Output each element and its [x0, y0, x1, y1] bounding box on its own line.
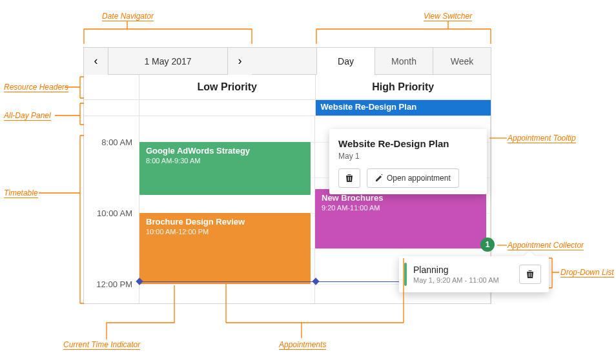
next-button[interactable]: › — [227, 48, 252, 75]
prev-button[interactable]: ‹ — [84, 48, 108, 75]
appointment-brochure-design-review[interactable]: Brochure Design Review 10:00 AM-12:00 PM — [139, 213, 311, 284]
dropdown-color-stripe — [404, 263, 407, 286]
tooltip-date: May 1 — [338, 152, 478, 161]
all-day-col-low[interactable] — [139, 100, 316, 116]
appointment-title: Google AdWords Strategy — [146, 146, 304, 156]
appointment-time: 10:00 AM-12:00 PM — [146, 228, 304, 236]
annotation-resource-headers: Resource Headers — [4, 83, 68, 92]
dropdown-delete-button[interactable] — [519, 265, 541, 284]
chevron-right-icon: › — [238, 54, 242, 68]
resource-header-gutter — [84, 75, 139, 99]
appointment-title: New Brochures — [322, 193, 480, 203]
dropdown-caret-icon — [524, 251, 535, 262]
dropdown-item-title: Planning — [413, 265, 519, 275]
annotation-current-time-indicator: Current Time Indicator — [63, 340, 140, 350]
appointment-new-brochures[interactable]: New Brochures 9:20 AM-11:00 AM — [315, 189, 486, 248]
chevron-left-icon: ‹ — [94, 54, 98, 68]
appointment-time: 9:20 AM-11:00 AM — [322, 204, 480, 212]
time-column-low[interactable]: Google AdWords Strategy 8:00 AM-9:30 AM … — [139, 116, 315, 303]
toolbar-spacer — [252, 48, 316, 74]
dropdown-item-time: May 1, 9:20 AM - 11:00 AM — [413, 276, 519, 284]
resource-headers: Low Priority High Priority — [84, 75, 491, 99]
time-label-8: 8:00 AM — [101, 137, 132, 147]
annotation-drop-down-list: Drop-Down List — [560, 268, 614, 278]
annotation-appointments: Appointments — [279, 340, 326, 350]
annotation-timetable: Timetable — [4, 188, 38, 198]
time-gutter: 8:00 AM 10:00 AM 12:00 PM — [84, 116, 139, 303]
dropdown-item[interactable]: Planning May 1, 9:20 AM - 11:00 AM — [413, 265, 519, 284]
appointment-time: 8:00 AM-9:30 AM — [146, 157, 304, 165]
all-day-panel: Website Re-Design Plan — [84, 99, 491, 116]
grid-line — [315, 248, 490, 249]
open-appointment-label: Open appointment — [387, 174, 451, 183]
appointment-google-adwords[interactable]: Google AdWords Strategy 8:00 AM-9:30 AM — [139, 142, 311, 195]
appointment-tooltip: Website Re-Design Plan May 1 Open appoin… — [329, 129, 487, 194]
appointment-title: Brochure Design Review — [146, 217, 304, 227]
view-tab-month[interactable]: Month — [375, 48, 433, 74]
annotation-view-switcher: View Switcher — [424, 12, 472, 21]
current-date-label[interactable]: 1 May 2017 — [108, 56, 227, 66]
all-day-col-high[interactable]: Website Re-Design Plan — [316, 100, 491, 116]
grid-line — [139, 284, 314, 285]
annotation-date-navigator: Date Navigator — [102, 12, 154, 21]
dropdown-list: Planning May 1, 9:20 AM - 11:00 AM — [399, 256, 549, 292]
time-label-10: 10:00 AM — [97, 208, 132, 218]
pencil-icon — [375, 174, 383, 182]
view-tab-day[interactable]: Day — [316, 48, 375, 75]
trash-icon — [345, 174, 353, 183]
appointment-collector[interactable]: 1 — [480, 238, 495, 252]
tooltip-buttons: Open appointment — [338, 168, 478, 188]
resource-header-high: High Priority — [316, 75, 491, 99]
toolbar: ‹ 1 May 2017 › Day Month Week — [84, 48, 491, 75]
resource-header-low: Low Priority — [139, 75, 316, 99]
all-day-gutter — [84, 100, 139, 116]
view-tab-week[interactable]: Week — [433, 48, 491, 74]
annotation-all-day-panel: All-Day Panel — [4, 111, 51, 121]
open-appointment-button[interactable]: Open appointment — [367, 168, 459, 188]
annotation-appointment-tooltip: Appointment Tooltip — [508, 134, 576, 143]
trash-icon — [526, 270, 534, 279]
date-navigator: ‹ 1 May 2017 › — [84, 48, 252, 74]
collector-count: 1 — [486, 240, 490, 249]
delete-button[interactable] — [338, 168, 360, 188]
time-label-12: 12:00 PM — [96, 279, 132, 289]
annotation-appointment-collector: Appointment Collector — [508, 241, 584, 250]
appointment-website-redesign-allday[interactable]: Website Re-Design Plan — [316, 100, 491, 116]
view-switcher: Day Month Week — [316, 48, 491, 74]
tooltip-title: Website Re-Design Plan — [338, 138, 478, 149]
